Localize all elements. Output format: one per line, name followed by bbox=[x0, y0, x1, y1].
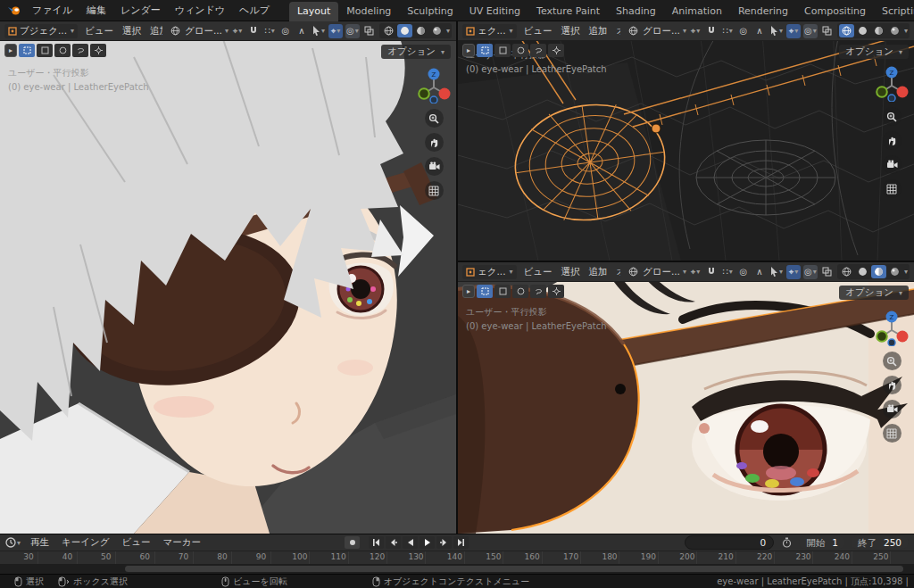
prev-keyframe-button[interactable] bbox=[386, 536, 401, 549]
select-visibility-dropdown[interactable]: ▾ bbox=[312, 24, 326, 38]
cursor-tool[interactable] bbox=[548, 44, 564, 57]
gizmo-dropdown[interactable]: ⌖▾ bbox=[786, 24, 801, 38]
snap-target-dropdown[interactable]: ∷▾ bbox=[262, 24, 277, 38]
render-solid-view[interactable] bbox=[0, 21, 456, 534]
menu--[interactable]: ファイル bbox=[25, 0, 79, 21]
workspace-tab-texture-paint[interactable]: Texture Paint bbox=[528, 2, 608, 21]
options-dropdown[interactable]: オプション▾ bbox=[839, 286, 909, 300]
snap-target-dropdown[interactable]: ∷▾ bbox=[720, 24, 735, 38]
shading-rendered-button[interactable] bbox=[887, 265, 902, 278]
timeline-menu--[interactable]: キーイング bbox=[55, 536, 115, 549]
viewport-main[interactable]: ブジェク...▾ ビュー選択追加オブジェクト グロー...▾ ⌖▾ ∷▾ ◎ ∧… bbox=[0, 21, 456, 534]
jump-to-start-button[interactable] bbox=[369, 536, 384, 549]
timeline-ruler[interactable]: 3040506070809010011012013014015016017018… bbox=[0, 551, 914, 564]
viewport-menu--[interactable]: ビュー bbox=[80, 21, 118, 40]
end-frame-field[interactable]: 終了250 bbox=[851, 536, 909, 549]
box-select-tool[interactable] bbox=[494, 285, 511, 298]
start-frame-field[interactable]: 開始1 bbox=[799, 536, 845, 549]
proportional-toggle[interactable]: ◎ bbox=[736, 24, 751, 38]
shading-dropdown[interactable]: ▾ bbox=[904, 268, 908, 276]
orientation-dropdown[interactable]: グロー... bbox=[643, 266, 680, 278]
tweak-select-tool[interactable] bbox=[19, 44, 35, 57]
workspace-tab-compositing[interactable]: Compositing bbox=[796, 2, 874, 21]
menu--[interactable]: ヘルプ bbox=[232, 0, 277, 21]
snap-magnet-button[interactable] bbox=[246, 24, 261, 38]
shading-wireframe-button[interactable] bbox=[381, 24, 396, 37]
shading-dropdown[interactable]: ▾ bbox=[904, 27, 908, 35]
blender-logo-icon[interactable] bbox=[7, 4, 21, 18]
zoom-button[interactable] bbox=[883, 352, 902, 370]
lasso-select-tool[interactable] bbox=[72, 44, 88, 57]
shading-wireframe-button[interactable] bbox=[839, 24, 854, 37]
menu--[interactable]: 編集 bbox=[79, 0, 113, 21]
circle-select-tool[interactable] bbox=[512, 285, 528, 298]
gizmo-dropdown[interactable]: ⌖▾ bbox=[328, 24, 343, 38]
viewport-menu--[interactable]: オブジェクト bbox=[612, 21, 620, 40]
editor-type-dropdown[interactable]: ▾ bbox=[5, 535, 21, 550]
circle-select-tool[interactable] bbox=[512, 44, 528, 57]
workspace-tab-animation[interactable]: Animation bbox=[664, 2, 730, 21]
xray-toggle[interactable] bbox=[820, 265, 835, 279]
options-dropdown[interactable]: オプション▾ bbox=[381, 45, 451, 59]
axis-x-handle[interactable] bbox=[439, 88, 451, 100]
axis-gizmo[interactable]: Z bbox=[875, 309, 909, 346]
proportional-toggle[interactable]: ◎ bbox=[278, 24, 293, 38]
pan-button[interactable] bbox=[425, 133, 444, 152]
viewport-menu--[interactable]: 追加 bbox=[585, 262, 612, 281]
auto-keying-button[interactable] bbox=[345, 536, 360, 549]
ortho-toggle-button[interactable] bbox=[883, 424, 902, 443]
camera-view-button[interactable] bbox=[883, 400, 902, 418]
gizmo-dropdown[interactable]: ⌖▾ bbox=[786, 265, 801, 279]
workspace-tab-scripting[interactable]: Scripting bbox=[874, 2, 914, 21]
workspace-tab-uv-editing[interactable]: UV Editing bbox=[461, 2, 528, 21]
menu--[interactable]: ウィンドウ bbox=[168, 0, 232, 21]
proportional-toggle[interactable]: ◎ bbox=[736, 265, 751, 279]
viewport-menu--[interactable]: 選択 bbox=[557, 21, 585, 40]
workspace-tab-modeling[interactable]: Modeling bbox=[338, 2, 399, 21]
workspace-tab-sculpting[interactable]: Sculpting bbox=[399, 2, 461, 21]
pivot-dropdown[interactable]: ⌖▾ bbox=[230, 24, 245, 38]
viewport-material[interactable]: ェク...▾ ビュー選択追加オブジェクト グロー...▾ ⌖▾ ∷▾ ◎ ∧ ▾… bbox=[458, 262, 914, 534]
circle-select-tool[interactable] bbox=[54, 44, 71, 57]
toolbar-expand-button[interactable]: ▸ bbox=[4, 44, 17, 57]
orientation-dropdown[interactable]: グロー... bbox=[185, 25, 222, 37]
viewport-menu--[interactable]: オブジェクト bbox=[612, 262, 620, 281]
toolbar-expand-button[interactable]: ▸ bbox=[462, 285, 475, 298]
shading-solid-button[interactable] bbox=[397, 24, 412, 37]
play-reverse-button[interactable] bbox=[403, 536, 418, 549]
falloff-dropdown[interactable]: ∧ bbox=[752, 265, 767, 279]
timeline-menu--[interactable]: ビュー bbox=[116, 536, 157, 549]
pivot-dropdown[interactable]: ⌖▾ bbox=[688, 265, 702, 279]
timeline-scrollbar[interactable] bbox=[0, 564, 914, 574]
current-frame-field[interactable]: 0 bbox=[685, 535, 774, 550]
jump-to-end-button[interactable] bbox=[453, 536, 469, 549]
select-visibility-dropdown[interactable]: ▾ bbox=[769, 24, 784, 38]
viewport-menu--[interactable]: 追加 bbox=[145, 21, 162, 40]
axis-neg-z-handle[interactable] bbox=[430, 96, 437, 104]
next-keyframe-button[interactable] bbox=[436, 536, 452, 549]
pivot-dropdown[interactable]: ⌖▾ bbox=[688, 24, 702, 38]
lasso-select-tool[interactable] bbox=[530, 44, 546, 57]
menu--[interactable]: レンダー bbox=[113, 0, 168, 21]
timeline-menu--[interactable]: マーカー bbox=[157, 536, 208, 549]
render-material-view[interactable] bbox=[458, 262, 914, 534]
overlays-dropdown[interactable]: ◎▾ bbox=[803, 265, 818, 279]
viewport-menu--[interactable]: ビュー bbox=[519, 21, 557, 40]
orientation-dropdown[interactable]: グロー... bbox=[643, 25, 680, 37]
pan-button[interactable] bbox=[883, 376, 902, 394]
zoom-button[interactable] bbox=[425, 109, 444, 128]
shading-solid-button[interactable] bbox=[855, 265, 870, 278]
select-visibility-dropdown[interactable]: ▾ bbox=[769, 265, 784, 279]
viewport-wireframe[interactable]: ェク...▾ ビュー選択追加オブジェクト グロー...▾ ⌖▾ ∷▾ ◎ ∧ ▾… bbox=[458, 21, 914, 261]
axis-gizmo[interactable]: Z bbox=[417, 66, 451, 104]
shading-solid-button[interactable] bbox=[855, 24, 870, 37]
snap-magnet-button[interactable] bbox=[704, 24, 719, 38]
mode-dropdown[interactable]: ェク...▾ bbox=[462, 265, 517, 279]
overlays-dropdown[interactable]: ◎▾ bbox=[803, 24, 818, 38]
falloff-dropdown[interactable]: ∧ bbox=[295, 24, 309, 38]
mode-dropdown[interactable]: ブジェク...▾ bbox=[4, 24, 78, 38]
cursor-tool[interactable] bbox=[548, 285, 564, 298]
falloff-dropdown[interactable]: ∧ bbox=[752, 24, 767, 38]
ortho-toggle-button[interactable] bbox=[883, 179, 902, 198]
mode-dropdown[interactable]: ェク...▾ bbox=[462, 24, 517, 38]
